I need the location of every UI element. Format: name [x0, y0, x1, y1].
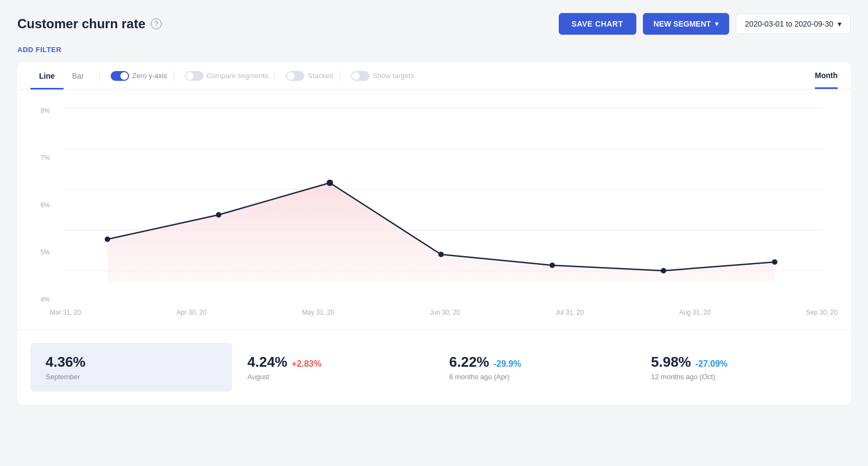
show-targets-label: Show targets: [373, 72, 414, 80]
toggle-knob: [120, 72, 128, 80]
tab-bar[interactable]: Bar: [63, 63, 93, 90]
x-label-jul: Jul 31, 20: [556, 309, 584, 316]
x-labels: Mar 31, 20 Apr 30, 20 May 31, 20 Jun 30,…: [50, 307, 838, 321]
help-icon[interactable]: ?: [151, 18, 162, 29]
chevron-down-icon: ▾: [715, 20, 718, 28]
header: Customer churn rate ? SAVE CHART NEW SEG…: [17, 13, 851, 35]
date-range-picker[interactable]: 2020-03-01 to 2020-09-30 ▾: [736, 14, 851, 34]
separator: [275, 71, 275, 81]
header-actions: SAVE CHART NEW SEGMENT ▾ 2020-03-01 to 2…: [559, 13, 851, 35]
data-point-5[interactable]: [661, 268, 666, 273]
separator: [174, 71, 174, 81]
data-point-1[interactable]: [216, 212, 221, 218]
toggle-knob: [352, 72, 360, 80]
title-group: Customer churn rate ?: [17, 16, 162, 31]
stat-label-august: August: [247, 373, 419, 381]
chart-area: 8% 7% 6% 5% 4%: [17, 90, 851, 321]
add-filter-button[interactable]: ADD FILTER: [17, 46, 851, 54]
stacked-label: Stacked: [308, 72, 333, 80]
stat-value-6months: 6.22% -29.9%: [449, 354, 621, 371]
y-label-4: 4%: [30, 296, 50, 303]
stat-label-12months: 12 months ago (Oct): [651, 373, 822, 381]
stat-change-12months: -27.09%: [695, 359, 728, 369]
toggle-knob: [287, 72, 295, 80]
y-label-6: 6%: [30, 201, 50, 209]
chart-tabs: Line Bar Zero y-axis Compare segments: [17, 62, 851, 90]
stat-value-august: 4.24% +2.83%: [247, 354, 419, 371]
chart-card: Line Bar Zero y-axis Compare segments: [17, 62, 851, 405]
data-point-6[interactable]: [772, 259, 777, 265]
data-point-4[interactable]: [550, 263, 555, 268]
stat-value-september: 4.36%: [46, 354, 217, 371]
chevron-down-icon: ▾: [838, 20, 841, 28]
stat-card-august: 4.24% +2.83% August: [232, 343, 434, 392]
x-label-apr: Apr 30, 20: [176, 309, 206, 316]
new-segment-button[interactable]: NEW SEGMENT ▾: [643, 13, 730, 35]
data-point-3[interactable]: [438, 252, 444, 257]
compare-segments-label: Compare segments: [207, 72, 268, 80]
stats-row: 4.36% September 4.24% +2.83% August 6.22…: [17, 329, 851, 405]
stat-card-12months: 5.98% -27.09% 12 months ago (Oct): [636, 343, 838, 392]
toggle-zero-yaxis: Zero y-axis: [111, 71, 167, 81]
toggle-knob: [186, 72, 194, 80]
y-label-7: 7%: [30, 154, 50, 162]
stacked-toggle[interactable]: [286, 71, 304, 81]
x-label-mar: Mar 31, 20: [50, 309, 81, 316]
stat-card-september: 4.36% September: [30, 343, 232, 392]
x-label-sep: Sep 30, 20: [806, 309, 838, 316]
stat-label-september: September: [46, 373, 217, 381]
chart-with-yaxis: 8% 7% 6% 5% 4%: [30, 103, 838, 321]
y-axis: 8% 7% 6% 5% 4%: [30, 103, 50, 321]
x-label-aug: Aug 31, 20: [679, 309, 711, 316]
show-targets-toggle[interactable]: [351, 71, 369, 81]
separator: [340, 71, 340, 81]
x-label-may: May 31, 20: [302, 309, 334, 316]
page: Customer churn rate ? SAVE CHART NEW SEG…: [0, 0, 868, 466]
data-point-2[interactable]: [327, 180, 333, 186]
save-chart-button[interactable]: SAVE CHART: [559, 13, 636, 35]
x-label-jun: Jun 30, 20: [430, 309, 460, 316]
compare-segments-toggle[interactable]: [185, 71, 203, 81]
tab-line[interactable]: Line: [30, 63, 63, 90]
toggle-compare: Compare segments: [185, 71, 268, 81]
line-chart-svg: [50, 103, 838, 309]
tab-month[interactable]: Month: [815, 62, 838, 89]
stat-change-6months: -29.9%: [494, 359, 521, 369]
stat-change-august: +2.83%: [292, 359, 322, 369]
toggle-targets: Show targets: [351, 71, 414, 81]
stat-value-12months: 5.98% -27.09%: [651, 354, 822, 371]
page-title: Customer churn rate: [17, 16, 145, 31]
y-label-8: 8%: [30, 107, 50, 114]
zero-yaxis-label: Zero y-axis: [132, 72, 167, 80]
data-point-0[interactable]: [105, 237, 110, 242]
y-label-5: 5%: [30, 248, 50, 256]
toggle-stacked: Stacked: [286, 71, 333, 81]
separator: [99, 71, 100, 81]
stat-label-6months: 6 months ago (Apr): [449, 373, 621, 381]
stat-card-6months: 6.22% -29.9% 6 months ago (Apr): [434, 343, 636, 392]
zero-yaxis-toggle[interactable]: [111, 71, 129, 81]
svg-container: Mar 31, 20 Apr 30, 20 May 31, 20 Jun 30,…: [50, 103, 838, 321]
